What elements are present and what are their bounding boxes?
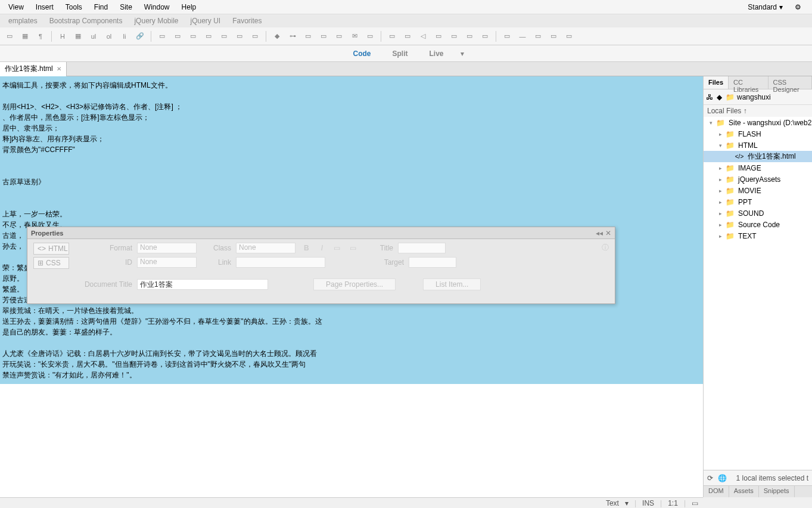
- menu-tools[interactable]: Tools: [60, 1, 88, 14]
- nbsp-icon[interactable]: ▭: [546, 29, 561, 44]
- tab-files[interactable]: Files: [704, 76, 729, 89]
- status-text[interactable]: Text: [606, 499, 619, 507]
- aside-icon[interactable]: ▭: [201, 29, 216, 44]
- tree-arrow-icon[interactable]: ▸: [717, 131, 724, 137]
- tab-snippets[interactable]: Snippets: [759, 486, 795, 497]
- menu-insert[interactable]: Insert: [30, 1, 60, 14]
- tree-arrow-icon[interactable]: ▸: [717, 222, 724, 228]
- tree-arrow-icon[interactable]: ▸: [717, 165, 724, 171]
- connect-icon[interactable]: 🖧: [706, 93, 713, 101]
- sec-templates[interactable]: emplates: [2, 16, 43, 26]
- tree-row[interactable]: </>作业1答案.html: [704, 151, 812, 162]
- menu-view[interactable]: View: [2, 1, 30, 14]
- refresh-icon[interactable]: ⟳: [707, 474, 713, 482]
- close-icon[interactable]: ✕: [57, 66, 61, 72]
- header-icon[interactable]: ▭: [155, 29, 169, 44]
- canvas-icon[interactable]: ▭: [385, 29, 399, 44]
- date-icon[interactable]: ▭: [531, 29, 545, 44]
- chevron-down-icon[interactable]: ▾: [461, 49, 464, 58]
- view-code[interactable]: Code: [348, 47, 375, 60]
- tab-cclibraries[interactable]: CC Libraries: [729, 76, 769, 89]
- animate-icon[interactable]: ▭: [400, 29, 415, 44]
- script-icon[interactable]: ▭: [332, 29, 346, 44]
- tree-row[interactable]: ▸📁IMAGE: [704, 162, 812, 174]
- menu-site[interactable]: Site: [114, 1, 138, 14]
- close-icon[interactable]: ✕: [605, 229, 611, 237]
- tree-arrow-icon[interactable]: ▸: [717, 210, 724, 216]
- char-icon[interactable]: ▭: [562, 29, 576, 44]
- main-icon[interactable]: ▭: [186, 29, 200, 44]
- sec-bootstrap[interactable]: Bootstrap Components: [43, 16, 129, 26]
- status-ins[interactable]: INS: [642, 499, 654, 507]
- list-item-button[interactable]: List Item...: [423, 278, 481, 290]
- viewport-icon[interactable]: ▭: [316, 29, 331, 44]
- html5-video-icon[interactable]: ▭: [363, 29, 377, 44]
- tree-row[interactable]: ▸📁MOVIE: [704, 185, 812, 196]
- tree-row[interactable]: ▸📁Source Code: [704, 219, 812, 230]
- target-input[interactable]: [409, 257, 456, 268]
- help-icon[interactable]: ⓘ: [602, 243, 609, 252]
- bold-icon[interactable]: B: [300, 244, 313, 252]
- collapse-icon[interactable]: ◂◂: [596, 229, 603, 237]
- tab-cssdesigner[interactable]: CSS Designer: [769, 76, 812, 89]
- flash-video-icon[interactable]: ▭: [447, 29, 461, 44]
- sync-icon[interactable]: ◆: [717, 93, 722, 101]
- paragraph-icon[interactable]: ¶: [33, 29, 48, 44]
- tree-arrow-icon[interactable]: ▸: [717, 176, 724, 182]
- class-select[interactable]: None: [236, 243, 295, 253]
- files-header[interactable]: Local Files ↑: [704, 105, 812, 117]
- properties-css-tab[interactable]: ⊞ CSS: [33, 257, 69, 269]
- menu-help[interactable]: Help: [176, 1, 203, 14]
- li-icon[interactable]: li: [117, 29, 132, 44]
- article-icon[interactable]: ▭: [217, 29, 231, 44]
- email-icon[interactable]: ✉: [347, 29, 362, 44]
- flash-swf-icon[interactable]: ▭: [431, 29, 446, 44]
- plugin-icon[interactable]: ▭: [462, 29, 477, 44]
- ol-icon[interactable]: ol: [102, 29, 116, 44]
- tree-row[interactable]: ▸📁FLASH: [704, 128, 812, 140]
- outdent-icon[interactable]: ▭: [347, 244, 359, 252]
- overlay-icon[interactable]: ▭: [692, 499, 698, 507]
- tree-row[interactable]: ▸📁PPT: [704, 196, 812, 207]
- image-icon[interactable]: ▦: [18, 29, 32, 44]
- properties-html-tab[interactable]: <> HTML: [33, 243, 69, 255]
- title-input[interactable]: [398, 243, 446, 253]
- page-properties-button[interactable]: Page Properties...: [313, 278, 396, 290]
- sec-favorites[interactable]: Favorites: [226, 16, 267, 26]
- meta-icon[interactable]: ◆: [270, 29, 284, 44]
- table-icon[interactable]: ▦: [71, 29, 85, 44]
- tab-dom[interactable]: DOM: [704, 486, 729, 497]
- tree-arrow-icon[interactable]: ▸: [717, 188, 724, 194]
- hyperlink-icon[interactable]: 🔗: [133, 29, 147, 44]
- globe-icon[interactable]: 🌐: [718, 474, 727, 482]
- tree-row[interactable]: ▾📁Site - wangshuxi (D:\web2: [704, 117, 812, 128]
- italic-icon[interactable]: I: [318, 244, 326, 252]
- properties-titlebar[interactable]: Properties ◂◂ ✕: [27, 227, 615, 239]
- menu-window[interactable]: Window: [138, 1, 176, 14]
- file-tree[interactable]: ▾📁Site - wangshuxi (D:\web2▸📁FLASH▾📁HTML…: [704, 117, 812, 470]
- rollover-icon[interactable]: ▭: [478, 29, 492, 44]
- nav-icon[interactable]: ▭: [170, 29, 185, 44]
- tree-row[interactable]: ▾📁HTML: [704, 140, 812, 151]
- sync-settings-button[interactable]: ⚙: [792, 1, 804, 13]
- link-input[interactable]: [236, 257, 325, 268]
- doc-title-input[interactable]: [137, 279, 268, 290]
- chevron-down-icon[interactable]: ▾: [625, 499, 629, 507]
- hr-icon[interactable]: —: [515, 29, 530, 44]
- tree-row[interactable]: ▸📁jQueryAssets: [704, 174, 812, 185]
- section-icon[interactable]: ▭: [232, 29, 247, 44]
- html5-audio-icon[interactable]: ◁: [416, 29, 430, 44]
- indent-icon[interactable]: ▭: [331, 244, 343, 252]
- footer-icon[interactable]: ▭: [248, 29, 262, 44]
- view-live[interactable]: Live: [424, 47, 448, 60]
- view-split[interactable]: Split: [387, 47, 412, 60]
- tree-arrow-icon[interactable]: ▾: [707, 120, 714, 126]
- tree-row[interactable]: ▸📁TEXT: [704, 230, 812, 241]
- description-icon[interactable]: ▭: [301, 29, 315, 44]
- iframe-icon[interactable]: ▭: [500, 29, 514, 44]
- tree-arrow-icon[interactable]: ▸: [717, 233, 724, 239]
- tab-assets[interactable]: Assets: [729, 486, 759, 497]
- sec-jqmobile[interactable]: jQuery Mobile: [128, 16, 184, 26]
- site-dropdown[interactable]: 📁 wangshuxi: [726, 93, 771, 101]
- tree-arrow-icon[interactable]: ▾: [717, 143, 724, 148]
